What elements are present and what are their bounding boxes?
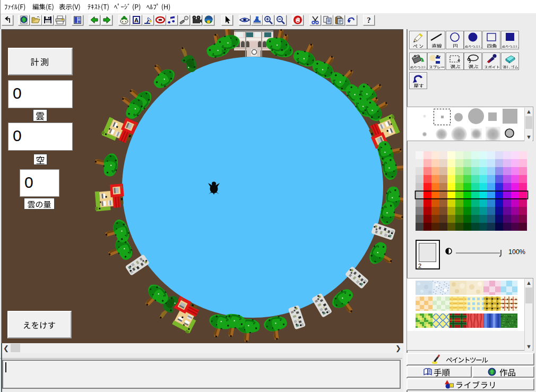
svg-text:?: ? bbox=[367, 16, 371, 24]
svg-text:A: A bbox=[134, 17, 139, 23]
